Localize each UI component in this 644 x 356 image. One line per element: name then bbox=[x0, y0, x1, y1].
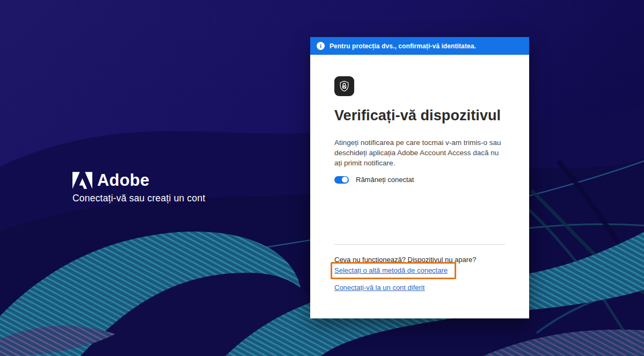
brand-name: Adobe bbox=[97, 171, 149, 190]
stay-signed-in-toggle[interactable] bbox=[334, 176, 349, 184]
toggle-knob bbox=[342, 177, 348, 183]
stay-signed-in-row: Rămâneți conectat bbox=[334, 176, 505, 184]
brand-tagline: Conectați-vă sau creați un cont bbox=[72, 193, 205, 204]
stay-signed-in-label: Rămâneți conectat bbox=[356, 176, 414, 184]
brand-block: Adobe Conectați-vă sau creați un cont bbox=[72, 171, 205, 204]
identity-banner: i Pentru protecția dvs., confirmați-vă i… bbox=[310, 37, 529, 55]
different-account-link[interactable]: Conectați-vă la un cont diferit bbox=[334, 284, 425, 292]
page-title: Verificați-vă dispozitivul bbox=[334, 107, 505, 124]
login-screen: Adobe Conectați-vă sau creați un cont i … bbox=[0, 0, 644, 356]
card-content: Verificați-vă dispozitivul Atingeți noti… bbox=[310, 76, 529, 340]
adobe-logo-icon bbox=[72, 172, 92, 189]
divider bbox=[334, 244, 505, 245]
alternate-method-link[interactable]: Selectați o altă metodă de conectare bbox=[334, 266, 448, 274]
highlight-box: Selectați o altă metodă de conectare bbox=[331, 262, 456, 279]
shield-lock-icon bbox=[334, 76, 354, 96]
instruction-text: Atingeți notificarea pe care tocmai v-am… bbox=[334, 137, 507, 168]
info-icon: i bbox=[317, 42, 325, 50]
verification-card: i Pentru protecția dvs., confirmați-vă i… bbox=[310, 37, 529, 318]
banner-text: Pentru protecția dvs., confirmați-vă ide… bbox=[330, 42, 476, 50]
